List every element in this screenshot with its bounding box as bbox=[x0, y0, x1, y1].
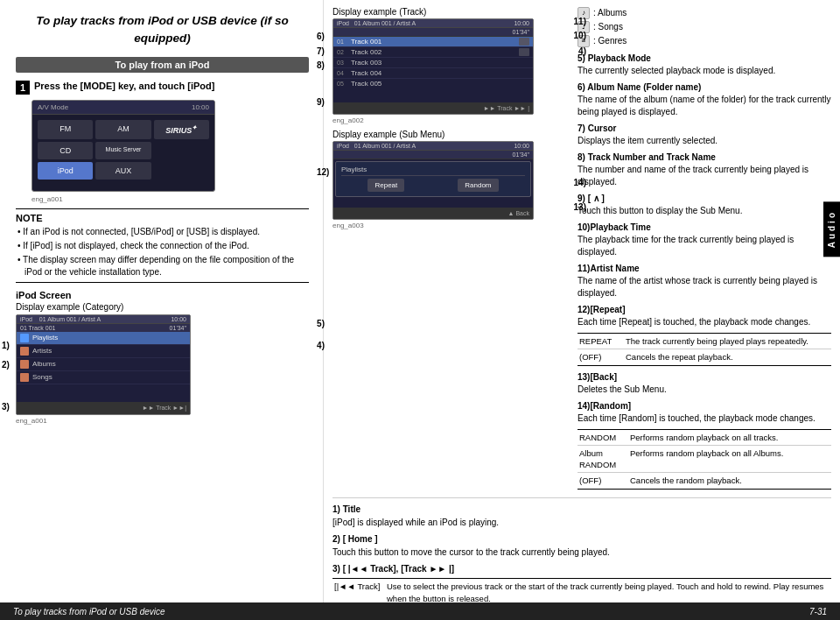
random-table: RANDOM Performs random playback on all t… bbox=[578, 429, 831, 490]
cat-item-artists: Artists bbox=[17, 345, 190, 358]
ipod-btn[interactable]: iPod bbox=[38, 162, 93, 180]
note-item-2: • If [iPod] is not displayed, check the … bbox=[16, 240, 309, 252]
av-mode-screen: A/V Mode 10:00 FM AM SIRIUS✦ CD Music Se… bbox=[32, 100, 215, 192]
section-11: 11)Artist Name The name of the artist wh… bbox=[578, 263, 831, 299]
ann-10: 10) bbox=[574, 31, 586, 40]
track-screen: iPod 01 Album 001 / Artist A 10:00 01'34… bbox=[332, 18, 534, 115]
track-row-2: 02 Track 002 bbox=[333, 47, 533, 58]
track-caption: eng_a002 bbox=[332, 116, 569, 124]
aux-btn[interactable]: AUX bbox=[95, 162, 150, 180]
back-btn[interactable]: ▲ Back bbox=[508, 210, 529, 216]
cd-btn[interactable]: CD bbox=[38, 142, 93, 159]
icon-legend: ♪ : Albums ♩ : Songs ≡ : Genres bbox=[578, 7, 831, 47]
submenu-display-label: Display example (Sub Menu) bbox=[332, 130, 569, 139]
cat-top-time: 10:00 bbox=[171, 316, 186, 322]
section-1: 1) Title[iPod] is displayed while an iPo… bbox=[332, 503, 831, 529]
track-control-table: [|◄◄ Track] Use to select the previous t… bbox=[332, 578, 831, 602]
main-title: To play tracks from iPod or USB device (… bbox=[16, 12, 309, 48]
sirius-btn[interactable]: SIRIUS✦ bbox=[154, 120, 209, 139]
cat-item-albums: Albums bbox=[17, 358, 190, 371]
right-column: Display example (Track) 11) 10) 4) 6) 7)… bbox=[324, 0, 840, 602]
note-title: NOTE bbox=[16, 213, 309, 223]
cat-screen-label: Display example (Category) bbox=[16, 302, 309, 312]
av-screen-caption: eng_a001 bbox=[32, 195, 309, 203]
text-column: ♪ : Albums ♩ : Songs ≡ : Genres bbox=[578, 7, 831, 492]
ann-12: 12) bbox=[317, 167, 329, 177]
ann-13: 13) bbox=[574, 202, 586, 212]
footer-right: 7-31 bbox=[809, 607, 827, 616]
ipod-screen-label: iPod Screen bbox=[16, 290, 309, 300]
note-item-3: • The display screen may differ dependin… bbox=[16, 254, 309, 278]
track-row-4: 04 Track 004 bbox=[333, 68, 533, 79]
submenu-screen: iPod 01 Album 001 / Artist A 10:00 01'34… bbox=[332, 141, 534, 220]
section-8: 8) Track Number and Track Name The numbe… bbox=[578, 151, 831, 188]
section-7: 7) Cursor Displays the item currently se… bbox=[578, 123, 831, 147]
ann-7: 7) bbox=[317, 46, 325, 56]
ann-8: 8) bbox=[317, 60, 325, 70]
left-column: To play tracks from iPod or USB device (… bbox=[0, 0, 324, 602]
note-box: NOTE • If an iPod is not connected, [USB… bbox=[16, 208, 309, 283]
random-btn[interactable]: Random bbox=[458, 179, 498, 192]
section-10: 10)Playback Time The playback time for t… bbox=[578, 222, 831, 258]
category-screen: iPod 01 Album 001 / Artist A 10:00 01 Tr… bbox=[16, 314, 191, 415]
step-1-num: 1 bbox=[16, 81, 30, 95]
footer-left: To play tracks from iPod or USB device bbox=[13, 607, 165, 616]
cat-item-playlists: Playlists bbox=[17, 332, 190, 345]
displays-column: Display example (Track) 11) 10) 4) 6) 7)… bbox=[332, 7, 569, 492]
section-12: 12)[Repeat] Each time [Repeat] is touche… bbox=[578, 304, 831, 328]
footer: To play tracks from iPod or USB device 7… bbox=[0, 602, 840, 620]
section-6: 6) Album Name (Folder name) The name of … bbox=[578, 81, 831, 118]
bottom-numbered-list: 1) Title[iPod] is displayed while an iPo… bbox=[332, 497, 831, 602]
ann-14: 14) bbox=[574, 178, 586, 187]
repeat-btn[interactable]: Repeat bbox=[368, 179, 404, 192]
cat-top-info: iPod 01 Album 001 / Artist A bbox=[20, 316, 101, 322]
audio-tab: Audio bbox=[823, 201, 840, 257]
section-3: 3) [ |◄◄ Track], [Track ►► |] bbox=[332, 562, 831, 575]
track-display-label: Display example (Track) bbox=[332, 7, 569, 17]
section-header: To play from an iPod bbox=[16, 57, 309, 73]
cat-item-songs: Songs bbox=[17, 371, 190, 384]
ann-9: 9) bbox=[317, 97, 325, 107]
submenu-caption: eng_a003 bbox=[332, 222, 569, 229]
section-2: 2) [ Home ]Touch this button to move the… bbox=[332, 532, 831, 559]
step-1: 1 Press the [MODE] key, and touch [iPod] bbox=[16, 80, 309, 95]
note-item-1: • If an iPod is not connected, [USB/iPod… bbox=[16, 226, 309, 238]
section-9: 9) [ ∧ ] Touch this button to display th… bbox=[578, 193, 831, 217]
am-btn[interactable]: AM bbox=[95, 120, 150, 139]
track-row-1: 01 Track 001 bbox=[333, 37, 533, 47]
ann-1: 1) bbox=[2, 341, 10, 350]
ann-3: 3) bbox=[2, 402, 10, 412]
music-server-btn[interactable]: Music Server bbox=[95, 142, 150, 159]
track-row-3: 03 Track 003 bbox=[333, 58, 533, 68]
step-1-text: Press the [MODE] key, and touch [iPod] bbox=[34, 80, 214, 93]
section-14: 14)[Random] Each time [Random] is touche… bbox=[578, 400, 831, 425]
cat-caption: eng_a001 bbox=[16, 417, 309, 425]
ann-11: 11) bbox=[574, 17, 586, 26]
fm-btn[interactable]: FM bbox=[38, 120, 93, 139]
section-5: 5) Playback Mode The currently selected … bbox=[578, 53, 831, 77]
track-row-5: 05 Track 005 bbox=[333, 79, 533, 88]
ann-4r: 4) bbox=[578, 46, 586, 56]
section-13: 13)[Back] Deletes the Sub Menu. bbox=[578, 371, 831, 396]
repeat-table: REPEAT The track currently being played … bbox=[578, 333, 831, 366]
ann-6: 6) bbox=[317, 32, 325, 41]
ann-2: 2) bbox=[2, 360, 10, 370]
